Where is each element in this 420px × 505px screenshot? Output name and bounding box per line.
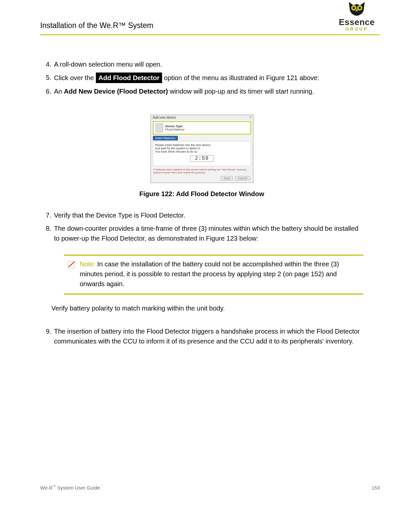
footer-title: We.R™ System User Guide (40, 485, 100, 490)
svg-point-2 (353, 7, 355, 9)
step-number: 4. (40, 59, 54, 69)
step-number: 7. (40, 210, 54, 220)
device-type-label: Device Type: (165, 125, 185, 128)
note-label: Note: (80, 260, 96, 268)
text-fragment: An (54, 88, 64, 95)
cancel-button: Cancel (235, 176, 250, 181)
step-9: 9. The insertion of battery into the Flo… (40, 326, 363, 346)
footer-doc: System User Guide (56, 485, 100, 490)
menu-option-label: Add Flood Detector (96, 73, 162, 83)
step-number: 6. (40, 86, 54, 96)
brand-name: Essence (334, 18, 380, 26)
device-type-text: Device Type: Flood Detector (165, 125, 185, 131)
instruction-line: and wait for the system to detect it. (155, 147, 249, 150)
step-number: 9. (40, 326, 54, 346)
note-bottom-bar (64, 293, 363, 295)
step-5: 5. Click over the Add Flood Detector opt… (40, 73, 363, 83)
brand-subtitle: GROUP (334, 26, 380, 31)
note-icon (67, 259, 80, 289)
text-fragment: Click over the (54, 74, 96, 81)
step-8: 8. The down-counter provides a time-fram… (40, 223, 363, 243)
dialog-title: Add new device (153, 116, 176, 119)
window-name: Add New Device (Flood Detector) (64, 88, 168, 95)
device-type-row: Device Type: Flood Detector (153, 121, 251, 134)
step-number: 5. (40, 73, 54, 83)
note-content: In case the installation of the battery … (80, 260, 339, 287)
dialog-titlebar: Add new device ✕ (151, 115, 253, 120)
step-text: An Add New Device (Flood Detector) windo… (54, 86, 363, 96)
page-number: 153 (372, 485, 380, 490)
instruction-line: Please insert batteries into the new dev… (155, 143, 249, 147)
page-header: Installation of the We.R™ System Essence… (0, 0, 420, 37)
tm-mark: ™ (52, 485, 56, 488)
figure-block: Add new device ✕ Device Type: Flood Dete… (40, 115, 363, 198)
step-text: Click over the Add Flood Detector option… (54, 73, 363, 83)
page-content: 4. A roll-down selection menu will open.… (40, 59, 363, 349)
step-text: Verify that the Device Type is Flood Det… (54, 210, 363, 220)
step-text: A roll-down selection menu will open. (54, 59, 363, 69)
dialog-screenshot: Add new device ✕ Device Type: Flood Dete… (151, 115, 253, 183)
next-button: Next (221, 176, 233, 181)
dialog-warning: If batteries were installed in this devi… (151, 167, 253, 175)
note-text: Note: In case the installation of the ba… (80, 259, 361, 289)
device-type-value: Flood Detector (165, 128, 185, 131)
step-text: The down-counter provides a time-frame o… (54, 223, 363, 243)
post-note-text: Verify battery polarity to match marking… (51, 303, 363, 313)
page-footer: We.R™ System User Guide 153 (40, 485, 380, 490)
step-6: 6. An Add New Device (Flood Detector) wi… (40, 86, 363, 96)
header-divider (40, 34, 380, 35)
text-fragment: option of the menu as illustrated in Fig… (164, 74, 319, 81)
steps-list-mid: 7. Verify that the Device Type is Flood … (40, 210, 363, 243)
section-title: Installation of the We.R™ System (40, 21, 153, 30)
page: Installation of the We.R™ System Essence… (0, 0, 420, 505)
instruction-line: You have three minutes to do so (155, 150, 249, 153)
close-icon: ✕ (249, 115, 252, 119)
step-7: 7. Verify that the Device Type is Flood … (40, 210, 363, 220)
step-number: 8. (40, 223, 54, 243)
device-icon (155, 123, 163, 133)
step-text: The insertion of battery into the Flood … (54, 326, 363, 346)
note-body: Note: In case the installation of the ba… (64, 256, 363, 293)
figure-caption: Figure 122: Add Flood Detector Window (40, 190, 363, 198)
owl-icon (334, 1, 380, 18)
brand-logo: Essence GROUP (334, 1, 380, 32)
svg-point-3 (359, 7, 361, 9)
dialog-buttons: Next Cancel (151, 175, 253, 181)
countdown-timer: 2:59 (190, 155, 214, 162)
dialog-panel: Please insert batteries into the new dev… (153, 141, 251, 166)
dialog-tab: Insert Batteries (153, 136, 178, 140)
steps-list-bottom: 9. The insertion of battery into the Flo… (40, 326, 363, 346)
step-4: 4. A roll-down selection menu will open. (40, 59, 363, 69)
footer-product: We.R (40, 485, 52, 490)
steps-list-top: 4. A roll-down selection menu will open.… (40, 59, 363, 96)
note-callout: Note: In case the installation of the ba… (64, 254, 363, 295)
text-fragment: window will pop-up and its timer will st… (170, 88, 314, 95)
